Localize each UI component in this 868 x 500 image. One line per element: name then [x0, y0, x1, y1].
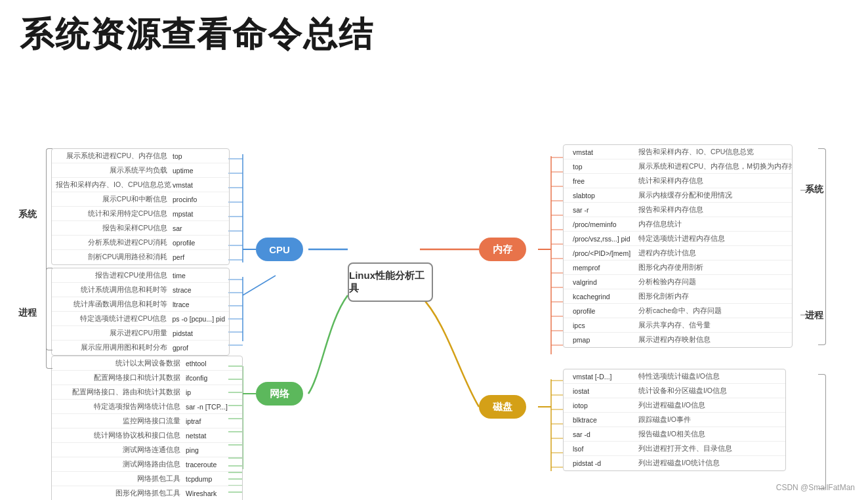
net-row-10: 图形化网络抓包工具 Wireshark	[52, 486, 242, 500]
net-row-6: 统计网络协议栈和接口信息 netstat	[52, 428, 242, 443]
cpu-row-5: 统计和采用特定CPU信息 mpstat	[52, 207, 229, 221]
memory-branch-node: 内存	[479, 238, 526, 261]
center-node: Linux性能分析工具	[348, 262, 433, 302]
left-network-table: 统计以太网设备数据 ethtool 配置网络接口和统计其数据 ifconfig …	[51, 356, 243, 500]
proc-row-4: 特定选项统计进程CPU信息 ps -o [pcpu...] pid	[52, 312, 229, 326]
cpu-row-8: 剖析CPU调用路径和消耗 perf	[52, 250, 229, 264]
disk-row-5: sar -d 报告磁盘I/O相关信息	[564, 427, 785, 442]
disk-row-7: pidstat -d 列出进程磁盘I/O统计信息	[564, 456, 785, 470]
net-row-3: 配置网络接口、路由和统计其数据 ip	[52, 385, 242, 400]
mem-row-9: memprof 图形化内存使用剖析	[564, 260, 792, 275]
disk-row-1: vmstat [-D...] 特性选项统计磁盘I/O信息	[564, 369, 785, 384]
net-row-1: 统计以太网设备数据 ethtool	[52, 356, 242, 371]
proc-row-5: 展示进程CPU用量 pidstat	[52, 326, 229, 341]
mem-row-4: slabtop 展示内核缓存分配和使用情况	[564, 188, 792, 203]
mem-row-7: /proc/vsz,rss...] pid 特定选项统计进程内存信息	[564, 232, 792, 246]
svg-line-10	[243, 276, 276, 295]
net-row-7: 测试网络连通信息 ping	[52, 443, 242, 457]
cpu-row-3: 报告和采样内存、IO、CPU信息总览 vmstat	[52, 178, 229, 192]
cpu-row-6: 报告和采样CPU信息 sar	[52, 221, 229, 236]
right-process-bracket	[818, 374, 826, 489]
mem-row-6: /proc/meminfo 内存信息统计	[564, 217, 792, 232]
mem-row-12: oprofile 分析cache命中、内存问题	[564, 304, 792, 318]
proc-row-2: 统计系统调用信息和耗时等 strace	[52, 283, 229, 297]
cpu-row-7: 分析系统和进程CPU消耗 oprofile	[52, 236, 229, 250]
left-process-label: 进程	[18, 307, 37, 319]
cpu-row-2: 展示系统平均负载 uptime	[52, 163, 229, 178]
mem-row-3: free 统计和采样内存信息	[564, 174, 792, 188]
net-row-5: 监控网络接口流量 iptraf	[52, 414, 242, 428]
left-process-table: 报告进程CPU使用信息 time 统计系统调用信息和耗时等 strace 统计库…	[51, 268, 230, 356]
cpu-row-4: 展示CPU和中断信息 procinfo	[52, 192, 229, 207]
disk-branch-node: 磁盘	[479, 395, 526, 419]
net-row-4: 特定选项报告网络统计信息 sar -n [TCP...]	[52, 400, 242, 414]
disk-row-3: iotop 列出进程磁盘I/O信息	[564, 398, 785, 413]
mem-row-1: vmstat 报告和采样内存、IO、CPU信息总览	[564, 145, 792, 159]
left-cpu-table: 展示系统和进程CPU、内存信息 top 展示系统平均负载 uptime 报告和采…	[51, 148, 230, 265]
net-row-8: 测试网络路由信息 traceroute	[52, 457, 242, 472]
mem-row-13: ipcs 展示共享内存、信号量	[564, 318, 792, 333]
disk-row-6: lsof 列出进程打开文件、目录信息	[564, 442, 785, 456]
left-process-bracket	[46, 268, 52, 369]
net-row-2: 配置网络接口和统计其数据 ifconfig	[52, 371, 242, 385]
diagram-area: Linux性能分析工具 CPU 网络 内存 磁盘 系统 进程 系统 进程 展示系…	[0, 59, 868, 500]
proc-row-3: 统计库函数调用信息和耗时等 ltrace	[52, 297, 229, 312]
mem-row-10: valgrind 分析检验内存问题	[564, 275, 792, 289]
disk-row-2: iostat 统计设备和分区磁盘I/O信息	[564, 384, 785, 398]
right-system-bracket	[818, 148, 826, 345]
mem-row-5: sar -r 报告和采样内存信息	[564, 203, 792, 217]
net-row-9: 网络抓包工具 tcpdump	[52, 472, 242, 486]
right-disk-table: vmstat [-D...] 特性选项统计磁盘I/O信息 iostat 统计设备…	[563, 369, 786, 471]
left-system-label: 系统	[18, 209, 37, 220]
mem-row-8: /proc/<PID>/[mem] 进程内存统计信息	[564, 246, 792, 260]
page-title: 系统资源查看命令总结	[0, 0, 868, 64]
cpu-row-1: 展示系统和进程CPU、内存信息 top	[52, 149, 229, 163]
proc-row-6: 展示应用调用图和耗时分布 gprof	[52, 341, 229, 355]
right-memory-table: vmstat 报告和采样内存、IO、CPU信息总览 top 展示系统和进程CPU…	[563, 144, 793, 348]
proc-row-1: 报告进程CPU使用信息 time	[52, 268, 229, 283]
cpu-branch-node: CPU	[256, 238, 303, 261]
mem-row-14: pmap 展示进程内存映射信息	[564, 333, 792, 347]
disk-row-4: blktrace 跟踪磁盘I/O事件	[564, 413, 785, 427]
mem-row-11: kcachegrind 图形化剖析内存	[564, 289, 792, 304]
mem-row-2: top 展示系统和进程CPU、内存信息，M切换为内存排序	[564, 159, 792, 174]
network-branch-node: 网络	[256, 382, 303, 406]
watermark: CSDN @SmallFatMan	[776, 483, 855, 492]
